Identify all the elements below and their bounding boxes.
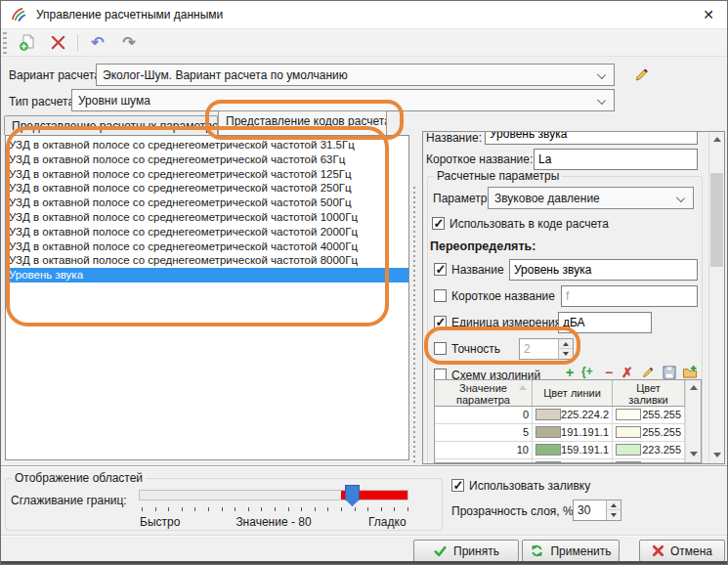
smoothing-slider-track[interactable]	[139, 490, 408, 500]
tab-calc-parameters[interactable]: Представление расчетных параметров	[4, 115, 218, 135]
dialog-window: Управление расчетными данными ✕ ↶ ↷ Вари…	[0, 0, 728, 565]
fill-color-swatch	[616, 444, 641, 456]
param-value: Звуковое давление	[494, 192, 600, 205]
list-item[interactable]: УЗД в октавной полосе со среднегеометрич…	[6, 196, 408, 210]
table-row-partial[interactable]	[435, 459, 685, 463]
cell-fill-color	[613, 459, 685, 463]
scroll-down-button[interactable]	[686, 447, 701, 462]
remove-isoline-icon[interactable]: −	[605, 365, 613, 380]
refresh-icon	[530, 543, 544, 558]
isolines-color-table: Значение параметра Цвет линии Цвет залив…	[434, 379, 702, 463]
splitter-handle[interactable]	[412, 187, 417, 462]
list-item[interactable]: УЗД в октавной полосе со среднегеометрич…	[6, 225, 408, 239]
column-header-value[interactable]: Значение параметра	[435, 380, 533, 407]
spin-down-button[interactable]	[559, 349, 573, 359]
override-unit-label: Единица измерения	[451, 316, 561, 329]
fill-color-swatch	[616, 426, 641, 438]
table-row[interactable]: 10 159.191.1 223.255	[435, 442, 685, 459]
list-item[interactable]: УЗД в октавной полосе со среднегеометрич…	[6, 181, 408, 196]
line-color-swatch	[535, 444, 561, 456]
header-fill-line2: заливки	[628, 394, 668, 406]
cancel-button[interactable]: Отмена	[639, 540, 725, 562]
cell-value: 10	[435, 442, 533, 459]
opacity-spinner[interactable]: 30	[573, 500, 621, 521]
close-icon[interactable]: ✕	[699, 6, 718, 23]
undo-button[interactable]: ↶	[86, 31, 109, 55]
table-scrollbar[interactable]	[685, 380, 701, 462]
cell-value: 0	[435, 407, 533, 424]
name-input[interactable]	[485, 132, 698, 145]
list-item[interactable]: УЗД в октавной полосе со среднегеометрич…	[6, 138, 408, 152]
fill-color-swatch	[616, 461, 641, 463]
triangle-down-icon	[713, 453, 721, 457]
list-item[interactable]: УЗД в октавной полосе со среднегеометрич…	[6, 167, 408, 182]
use-fill-checkbox[interactable]: ✓	[451, 479, 464, 492]
spin-up-button[interactable]	[559, 339, 573, 349]
cell-line-color	[533, 459, 613, 463]
table-row[interactable]: 5 191.191.1 255.255	[435, 424, 685, 442]
list-item-selected[interactable]: Уровень звука	[6, 268, 408, 282]
cell-fill-color: 255.255	[613, 424, 685, 442]
param-combobox[interactable]: Звуковое давление	[488, 187, 694, 209]
scroll-up-button[interactable]	[709, 132, 724, 148]
param-label: Параметр:	[433, 192, 491, 205]
cancel-button-label: Отмена	[670, 544, 712, 558]
cell-fill-color: 223.255	[613, 442, 685, 459]
override-unit-checkbox[interactable]: ✓	[434, 316, 447, 328]
type-combobox[interactable]: Уровни шума	[71, 89, 615, 111]
triangle-down-icon	[611, 513, 617, 517]
precision-spinner[interactable]: 2	[519, 338, 574, 360]
redo-button[interactable]: ↷	[117, 31, 141, 55]
checkmark-icon: ✓	[453, 478, 464, 493]
add-isoline-icon[interactable]: +	[566, 365, 574, 380]
edit-variant-button[interactable]	[633, 66, 651, 84]
add-isoline-group-icon[interactable]: {+	[581, 365, 593, 378]
spin-down-button[interactable]	[607, 510, 621, 520]
pencil-icon	[641, 366, 655, 379]
list-item[interactable]: УЗД в октавной полосе со среднегеометрич…	[6, 253, 408, 268]
slider-label-value: Значение - 80	[210, 515, 337, 529]
fill-color-text: 223.255	[642, 444, 681, 456]
column-header-line-color[interactable]: Цвет линии	[533, 380, 613, 407]
clear-isolines-icon[interactable]: ✗	[621, 365, 633, 380]
app-logo-icon	[11, 7, 27, 23]
override-precision-label: Точность	[451, 342, 500, 356]
spin-up-button[interactable]	[607, 500, 621, 510]
list-item[interactable]: УЗД в октавной полосе со среднегеометрич…	[6, 152, 408, 167]
panel-scrollbar[interactable]	[708, 132, 724, 463]
use-in-code-checkbox[interactable]: ✓	[432, 217, 445, 230]
scroll-down-button[interactable]	[709, 448, 724, 463]
accept-button[interactable]: Принять	[413, 540, 519, 562]
override-name-checkbox[interactable]: ✓	[434, 263, 447, 276]
apply-button[interactable]: Применить	[522, 540, 620, 562]
override-unit-input[interactable]	[558, 312, 652, 333]
variant-combobox[interactable]: Эколог-Шум. Вариант расчета по умолчанию	[96, 64, 615, 86]
column-header-fill-color[interactable]: Цвет заливки	[613, 380, 685, 407]
list-item[interactable]: УЗД в октавной полосе со среднегеометрич…	[6, 239, 408, 254]
line-color-swatch	[535, 461, 561, 463]
override-short-label: Короткое название	[451, 289, 555, 303]
undo-icon: ↶	[91, 33, 104, 52]
toolbar: ↶ ↷	[1, 28, 727, 57]
scroll-up-button[interactable]	[686, 380, 701, 396]
list-item[interactable]: УЗД в октавной полосе со среднегеометрич…	[6, 210, 408, 225]
short-name-input[interactable]	[534, 149, 698, 170]
scrollbar-thumb[interactable]	[710, 173, 723, 267]
smoothing-label: Сглаживание границ:	[11, 494, 127, 507]
cell-fill-color: 255.255	[613, 407, 685, 424]
override-short-checkbox[interactable]	[434, 289, 447, 302]
override-short-input[interactable]	[561, 285, 698, 307]
opacity-label: Прозрачность слоя, %	[451, 504, 574, 518]
table-row[interactable]: 0 225.224.2 255.255	[435, 407, 685, 424]
window-title: Управление расчетными данными	[36, 8, 223, 22]
add-record-button[interactable]	[15, 31, 38, 55]
toolbar-grip[interactable]	[3, 32, 7, 54]
override-name-input[interactable]	[509, 259, 698, 281]
tab-calc-codes[interactable]: Представление кодов расчета	[218, 110, 387, 135]
delete-record-button[interactable]	[46, 31, 69, 55]
override-precision-checkbox[interactable]	[434, 342, 447, 355]
parameter-panel-content: Название: Короткое название: Расчетные п…	[423, 132, 707, 463]
checkmark-icon: ✓	[436, 315, 447, 329]
fill-color-swatch	[616, 409, 641, 420]
header-value-line1: Значение	[459, 382, 507, 394]
